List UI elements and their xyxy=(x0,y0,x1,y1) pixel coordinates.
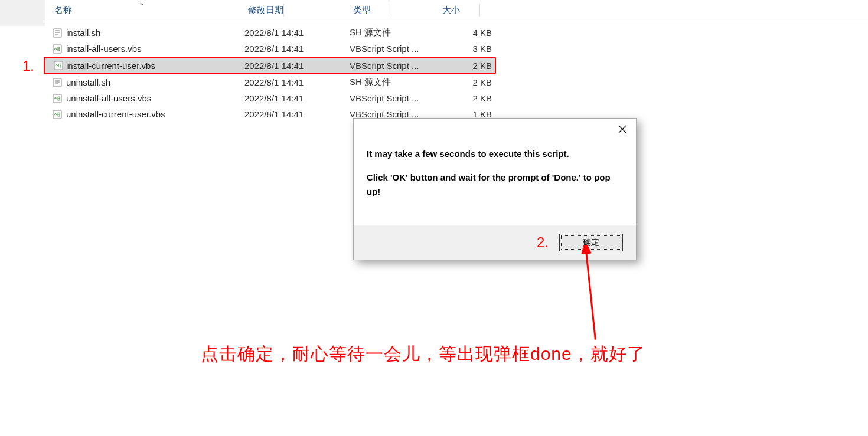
file-date: 2022/8/1 14:41 xyxy=(244,61,304,71)
annotation-arrow-icon xyxy=(573,245,620,346)
dialog-close-button[interactable] xyxy=(609,120,636,139)
file-date: 2022/8/1 14:41 xyxy=(244,109,304,119)
file-icon xyxy=(52,77,63,88)
sh-file-icon xyxy=(53,78,62,87)
annotation-step-2: 2. xyxy=(537,234,549,251)
file-row[interactable]: install.sh2022/8/1 14:41SH 源文件4 KB xyxy=(45,25,868,41)
file-row[interactable]: uninstall-all-users.vbs2022/8/1 14:41VBS… xyxy=(45,90,868,106)
svg-line-8 xyxy=(586,250,595,339)
confirmation-dialog: It may take a few seconds to execute thi… xyxy=(353,118,637,260)
file-date: 2022/8/1 14:41 xyxy=(244,44,304,54)
vbs-file-icon xyxy=(54,61,63,70)
vbs-file-icon xyxy=(53,110,62,119)
file-icon xyxy=(53,60,64,71)
file-list-header: 名称 ⌃ 修改日期 类型 大小 xyxy=(45,0,868,21)
annotation-step-1: 1. xyxy=(22,58,34,74)
dialog-message-2: Click 'OK' button and wait for the promp… xyxy=(367,171,623,199)
file-type: VBScript Script ... xyxy=(350,44,419,54)
dialog-titlebar[interactable] xyxy=(354,119,636,140)
file-row[interactable]: install-all-users.vbs2022/8/1 14:41VBScr… xyxy=(45,41,868,57)
sidebar-placeholder xyxy=(0,0,45,26)
vbs-file-icon xyxy=(53,44,62,54)
svg-rect-3 xyxy=(53,78,61,87)
file-size: 2 KB xyxy=(439,61,492,71)
file-type: VBScript Script ... xyxy=(350,61,419,71)
file-type: SH 源文件 xyxy=(350,77,391,88)
svg-rect-0 xyxy=(53,29,61,37)
file-type: VBScript Script ... xyxy=(350,93,419,103)
column-header-name[interactable]: 名称 ⌃ xyxy=(51,5,240,16)
file-name: install-all-users.vbs xyxy=(66,44,142,54)
file-list: install.sh2022/8/1 14:41SH 源文件4 KBinstal… xyxy=(45,25,868,122)
column-header-date[interactable]: 修改日期 xyxy=(244,5,345,16)
annotation-instruction: 点击确定，耐心等待一会儿，等出现弹框done，就好了 xyxy=(201,342,645,366)
file-row[interactable]: install-current-user.vbs2022/8/1 14:41VB… xyxy=(44,57,496,74)
close-icon xyxy=(618,125,626,133)
file-size: 3 KB xyxy=(439,44,492,54)
file-type: SH 源文件 xyxy=(350,27,391,38)
file-icon xyxy=(52,28,63,38)
file-row[interactable]: uninstall.sh2022/8/1 14:41SH 源文件2 KB xyxy=(45,74,868,90)
file-icon xyxy=(52,44,63,54)
file-size: 2 KB xyxy=(439,77,492,87)
sh-file-icon xyxy=(53,28,62,38)
dialog-message-1: It may take a few seconds to execute thi… xyxy=(367,147,623,161)
sort-indicator-icon: ⌃ xyxy=(139,2,144,9)
file-date: 2022/8/1 14:41 xyxy=(244,77,304,87)
file-name: install.sh xyxy=(66,28,100,38)
file-size: 2 KB xyxy=(439,93,492,103)
vbs-file-icon xyxy=(53,94,62,103)
file-icon xyxy=(52,93,63,104)
file-name: install-current-user.vbs xyxy=(66,61,155,71)
file-name: uninstall.sh xyxy=(66,77,110,87)
file-date: 2022/8/1 14:41 xyxy=(244,28,304,38)
file-date: 2022/8/1 14:41 xyxy=(244,93,304,103)
column-header-name-label: 名称 xyxy=(54,5,72,16)
file-size: 4 KB xyxy=(439,28,492,38)
file-name: uninstall-all-users.vbs xyxy=(66,93,151,103)
file-name: uninstall-current-user.vbs xyxy=(66,109,165,119)
column-header-type[interactable]: 类型 xyxy=(350,5,438,16)
dialog-body: It may take a few seconds to execute thi… xyxy=(354,140,636,225)
file-icon xyxy=(52,109,63,120)
column-header-size[interactable]: 大小 xyxy=(439,5,498,16)
